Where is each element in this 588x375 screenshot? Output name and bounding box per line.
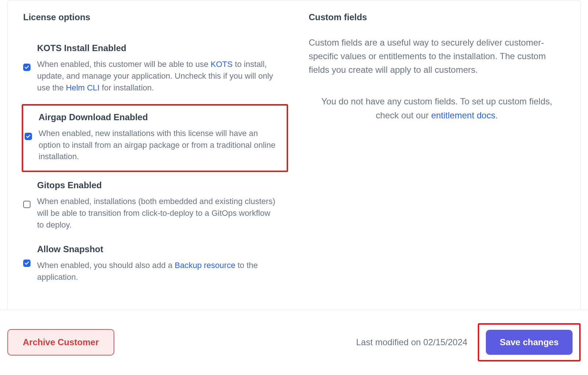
option-body: Allow Snapshot When enabled, you should …: [37, 244, 279, 283]
option-airgap-download: Airgap Download Enabled When enabled, ne…: [22, 104, 288, 172]
archive-customer-button[interactable]: Archive Customer: [7, 329, 114, 356]
checkbox-gitops[interactable]: [23, 201, 31, 208]
option-body: Gitops Enabled When enabled, installatio…: [37, 180, 279, 231]
custom-fields-intro: Custom fields are a useful way to secure…: [309, 36, 565, 77]
kots-link[interactable]: KOTS: [211, 60, 233, 69]
checkbox-kots-install[interactable]: [23, 64, 31, 71]
option-title: Gitops Enabled: [37, 180, 279, 190]
option-description: When enabled, you should also add a Back…: [37, 260, 279, 283]
save-changes-button[interactable]: Save changes: [486, 330, 573, 355]
option-description: When enabled, this customer will be able…: [37, 58, 279, 94]
save-highlight-wrap: Save changes: [478, 323, 581, 361]
desc-text-pre: When enabled, this customer will be able…: [37, 60, 211, 69]
desc-text-pre: When enabled, you should also add a: [37, 261, 175, 270]
custom-fields-column: Custom fields Custom fields are a useful…: [309, 12, 565, 295]
license-options-column: License options KOTS Install Enabled Whe…: [23, 12, 279, 295]
check-icon: [24, 261, 29, 266]
option-kots-install: KOTS Install Enabled When enabled, this …: [23, 42, 279, 106]
option-body: Airgap Download Enabled When enabled, ne…: [39, 112, 279, 163]
license-options-title: License options: [23, 12, 279, 22]
backup-resource-link[interactable]: Backup resource: [175, 261, 235, 270]
custom-fields-title: Custom fields: [309, 12, 565, 22]
option-description: When enabled, new installations with thi…: [39, 128, 279, 163]
check-icon: [26, 134, 31, 139]
custom-fields-empty: You do not have any custom fields. To se…: [309, 94, 565, 123]
option-description: When enabled, installations (both embedd…: [37, 196, 279, 231]
helm-cli-link[interactable]: Helm CLI: [66, 83, 100, 92]
option-title: KOTS Install Enabled: [37, 43, 279, 53]
empty-text-post: .: [495, 110, 498, 120]
last-modified-text: Last modified on 02/15/2024: [356, 337, 467, 347]
option-allow-snapshot: Allow Snapshot When enabled, you should …: [23, 243, 279, 295]
option-body: KOTS Install Enabled When enabled, this …: [37, 43, 279, 94]
main-card: License options KOTS Install Enabled Whe…: [7, 0, 581, 310]
option-title: Airgap Download Enabled: [39, 112, 279, 122]
checkbox-airgap-download[interactable]: [25, 133, 32, 140]
desc-text-post: for installation.: [100, 83, 154, 92]
entitlement-docs-link[interactable]: entitlement docs: [431, 110, 495, 120]
footer-right: Last modified on 02/15/2024 Save changes: [356, 323, 581, 361]
option-gitops: Gitops Enabled When enabled, installatio…: [23, 179, 279, 243]
footer-bar: Archive Customer Last modified on 02/15/…: [0, 310, 588, 375]
check-icon: [24, 65, 29, 70]
option-title: Allow Snapshot: [37, 244, 279, 254]
checkbox-allow-snapshot[interactable]: [23, 260, 31, 267]
page-root: License options KOTS Install Enabled Whe…: [0, 0, 588, 375]
